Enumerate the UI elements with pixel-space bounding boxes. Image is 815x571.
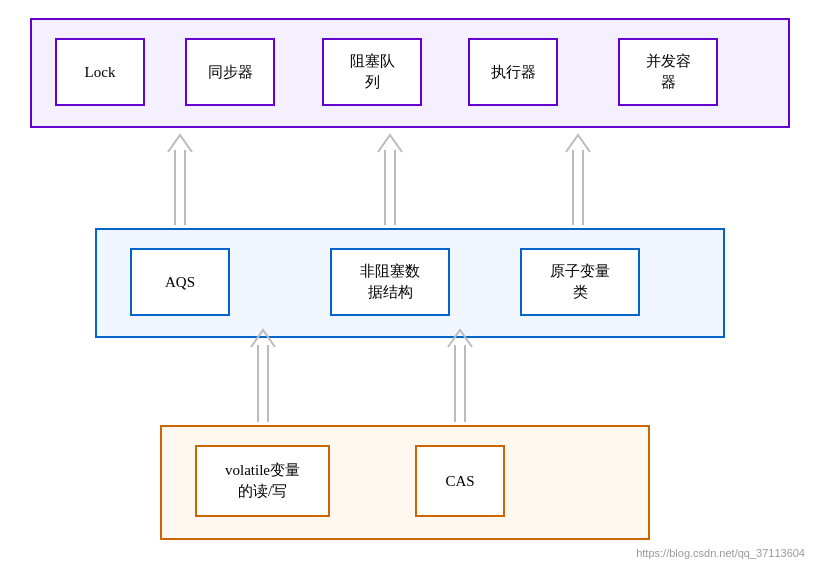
- box-aqs: AQS: [130, 248, 230, 316]
- lock-label: Lock: [85, 62, 116, 83]
- executor-label: 执行器: [491, 62, 536, 83]
- box-lock: Lock: [55, 38, 145, 106]
- box-blocking-queue: 阻塞队列: [322, 38, 422, 106]
- box-nonblock: 非阻塞数据结构: [330, 248, 450, 316]
- diagram-container: Lock 同步器 阻塞队列 执行器 并发容器 AQS 非阻塞数据结构 原子变量类…: [0, 0, 815, 571]
- box-sync: 同步器: [185, 38, 275, 106]
- box-executor: 执行器: [468, 38, 558, 106]
- aqs-label: AQS: [165, 272, 195, 293]
- nonblock-label: 非阻塞数据结构: [360, 261, 420, 303]
- blocking-queue-label: 阻塞队列: [350, 51, 395, 93]
- watermark: https://blog.csdn.net/qq_37113604: [636, 547, 805, 559]
- concurrent-label: 并发容器: [646, 51, 691, 93]
- volatile-label: volatile变量的读/写: [225, 460, 300, 502]
- box-atomic: 原子变量类: [520, 248, 640, 316]
- atomic-label: 原子变量类: [550, 261, 610, 303]
- box-concurrent: 并发容器: [618, 38, 718, 106]
- sync-label: 同步器: [208, 62, 253, 83]
- box-volatile: volatile变量的读/写: [195, 445, 330, 517]
- cas-label: CAS: [445, 471, 474, 492]
- box-cas: CAS: [415, 445, 505, 517]
